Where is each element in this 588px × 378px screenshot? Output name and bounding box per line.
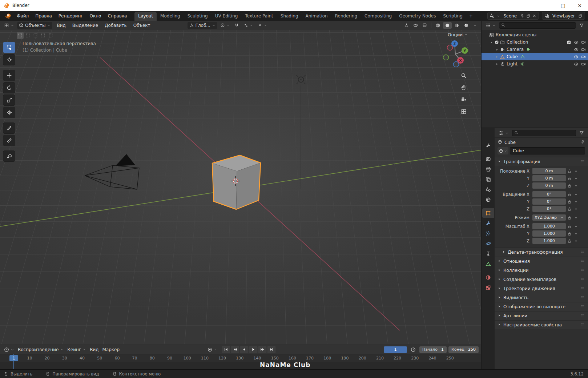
workspace-tab-sculpting[interactable]: Sculpting: [184, 12, 212, 21]
editor-type-selector[interactable]: [2, 22, 16, 29]
viewlayer-icon[interactable]: [544, 13, 549, 18]
outliner-editor-selector[interactable]: [484, 22, 498, 29]
animate-dot-icon[interactable]: [573, 177, 579, 180]
playhead[interactable]: 1: [13, 354, 14, 369]
grip-icon[interactable]: [580, 322, 585, 328]
scene-browse-chevron-icon[interactable]: [496, 14, 500, 18]
grip-icon[interactable]: [580, 268, 585, 273]
eye-icon[interactable]: [574, 62, 579, 67]
animate-dot-icon[interactable]: [573, 169, 579, 173]
3d-viewport[interactable]: Пользовательская перспектива (1) Collect…: [0, 30, 481, 345]
tool-select-box[interactable]: [3, 42, 15, 53]
tool-cursor[interactable]: [3, 54, 15, 65]
duplicate-scene-icon[interactable]: [526, 14, 531, 18]
menu-file[interactable]: Файл: [13, 12, 32, 20]
menu-render[interactable]: Рендеринг: [55, 12, 86, 20]
section-motion-paths[interactable]: Траектории движения: [495, 284, 588, 293]
jump-end-button[interactable]: [267, 346, 275, 353]
section-line-art[interactable]: Арт-линии: [495, 311, 588, 320]
lock-icon[interactable]: [566, 176, 573, 181]
camera-restrict-icon[interactable]: [581, 62, 586, 67]
frame-end-field[interactable]: Конец250: [448, 346, 479, 353]
tool-move[interactable]: [3, 70, 15, 81]
animate-dot-icon[interactable]: [573, 225, 579, 228]
view-menu[interactable]: Вид: [88, 346, 100, 353]
properties-tab-object[interactable]: [482, 208, 494, 218]
properties-tab-output[interactable]: [482, 164, 494, 174]
filter-check-icon[interactable]: [567, 40, 571, 45]
zoom-button[interactable]: [460, 72, 468, 80]
viewlayer-name[interactable]: ViewLayer: [551, 13, 576, 19]
outliner-item-label[interactable]: Camera: [506, 47, 524, 52]
outliner-item-label[interactable]: Light: [506, 61, 517, 67]
shading-rendered-button[interactable]: [462, 22, 471, 29]
section-viewport-display[interactable]: Отображение во вьюпорте: [495, 302, 588, 311]
grip-icon[interactable]: [580, 249, 585, 255]
snap-toggle[interactable]: [233, 22, 241, 28]
workspace-tab-layout[interactable]: Layout: [134, 12, 157, 21]
prev-keyframe-button[interactable]: [231, 346, 239, 353]
rotation-y-field[interactable]: 0°: [532, 198, 566, 205]
section-collections[interactable]: Коллекции: [495, 266, 588, 275]
lock-icon[interactable]: [566, 192, 573, 197]
workspace-tab-modeling[interactable]: Modeling: [157, 12, 184, 21]
gizmo-minus-z-axis[interactable]: [454, 62, 459, 67]
properties-tab-render[interactable]: [482, 154, 494, 164]
prev-frame-button[interactable]: [240, 346, 248, 353]
transform-pivot-selector[interactable]: [218, 22, 231, 28]
outliner-row-camera[interactable]: Camera: [482, 46, 588, 53]
grip-icon[interactable]: [580, 304, 585, 310]
scale-z-field[interactable]: 1.000: [532, 238, 566, 244]
properties-tab-tool[interactable]: [482, 141, 494, 150]
lock-icon[interactable]: [566, 232, 573, 236]
menu-window[interactable]: Окно: [86, 12, 105, 20]
animate-dot-icon[interactable]: [573, 193, 579, 196]
menu-edit[interactable]: Правка: [32, 12, 55, 20]
animate-dot-icon[interactable]: [573, 200, 579, 204]
properties-tab-constraints[interactable]: [482, 249, 494, 258]
animate-dot-icon[interactable]: [573, 232, 579, 236]
viewport-menu-select[interactable]: Выделение: [69, 22, 101, 29]
playback-menu[interactable]: Воспроизведение: [16, 346, 65, 353]
properties-tab-physics[interactable]: [482, 239, 494, 248]
blender-menu-icon[interactable]: [3, 13, 13, 19]
outliner-item-label[interactable]: Коллекция сцены: [495, 32, 536, 37]
close-button[interactable]: ×: [571, 0, 588, 11]
properties-tab-modifiers[interactable]: [482, 218, 494, 228]
select-mode-intersect-button[interactable]: [47, 32, 54, 39]
properties-filter-button[interactable]: [577, 130, 586, 136]
section-relations[interactable]: Отношения: [495, 257, 588, 266]
camera-restrict-icon[interactable]: [581, 47, 586, 52]
duplicate-viewlayer-icon[interactable]: [578, 14, 583, 18]
workspace-tab-rendering[interactable]: Rendering: [331, 12, 361, 21]
mode-selector[interactable]: Объекты: [17, 22, 52, 29]
rotation-z-field[interactable]: 0°: [532, 206, 566, 212]
lock-icon[interactable]: [566, 239, 573, 243]
camera-restrict-icon[interactable]: [581, 55, 586, 59]
grip-icon[interactable]: [580, 159, 585, 165]
tool-add-cube[interactable]: [3, 150, 15, 162]
scale-y-field[interactable]: 1.000: [532, 230, 566, 237]
properties-editor-selector[interactable]: [497, 130, 511, 136]
shading-solid-button[interactable]: [443, 22, 452, 29]
snap-settings-dropdown[interactable]: [242, 23, 255, 28]
workspace-tab-scripting[interactable]: Scripting: [439, 12, 466, 21]
location-y-field[interactable]: 0 m: [532, 175, 566, 181]
location-x-field[interactable]: 0 m: [532, 168, 566, 174]
grip-icon[interactable]: [580, 277, 585, 282]
rotation-mode-field[interactable]: XYZ Эйлер: [532, 214, 566, 221]
cube-object[interactable]: [212, 155, 261, 209]
show-gizmo-toggle[interactable]: [402, 22, 411, 28]
properties-tab-texture[interactable]: [482, 283, 494, 292]
grip-icon[interactable]: [580, 313, 585, 319]
frame-start-field[interactable]: Начало1: [419, 346, 447, 353]
properties-tab-view-layer[interactable]: [482, 174, 494, 184]
pin-icon[interactable]: [580, 140, 585, 145]
properties-tab-material[interactable]: [482, 273, 494, 282]
eye-icon[interactable]: [574, 40, 579, 45]
collection-checkbox-icon[interactable]: [495, 40, 499, 44]
workspace-tab-compositing[interactable]: Compositing: [361, 12, 395, 21]
outliner-filter-button[interactable]: [577, 22, 586, 28]
tool-measure[interactable]: [3, 135, 15, 146]
lock-icon[interactable]: [566, 224, 573, 229]
